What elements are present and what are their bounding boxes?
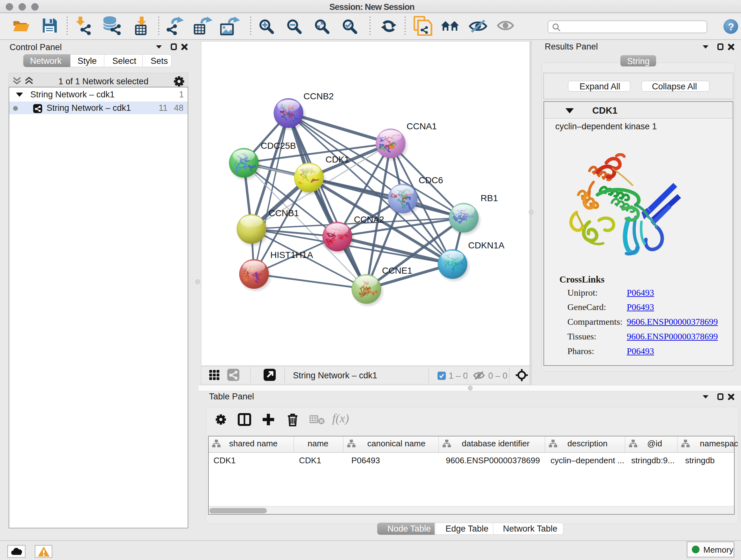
svg-text:HIST1H1A: HIST1H1A (270, 250, 313, 260)
svg-text:CDC25B: CDC25B (261, 141, 296, 151)
svg-text:CCNA1: CCNA1 (407, 121, 437, 131)
svg-text:CDK1: CDK1 (326, 154, 349, 165)
svg-text:CCNB1: CCNB1 (269, 208, 299, 218)
svg-text:CCNA2: CCNA2 (354, 214, 384, 225)
svg-text:CDKN1A: CDKN1A (468, 240, 504, 250)
svg-text:CCNE1: CCNE1 (382, 266, 412, 275)
svg-text:CCNB2: CCNB2 (304, 91, 334, 101)
svg-text:CDC6: CDC6 (419, 175, 443, 185)
svg-text:RB1: RB1 (481, 193, 498, 203)
